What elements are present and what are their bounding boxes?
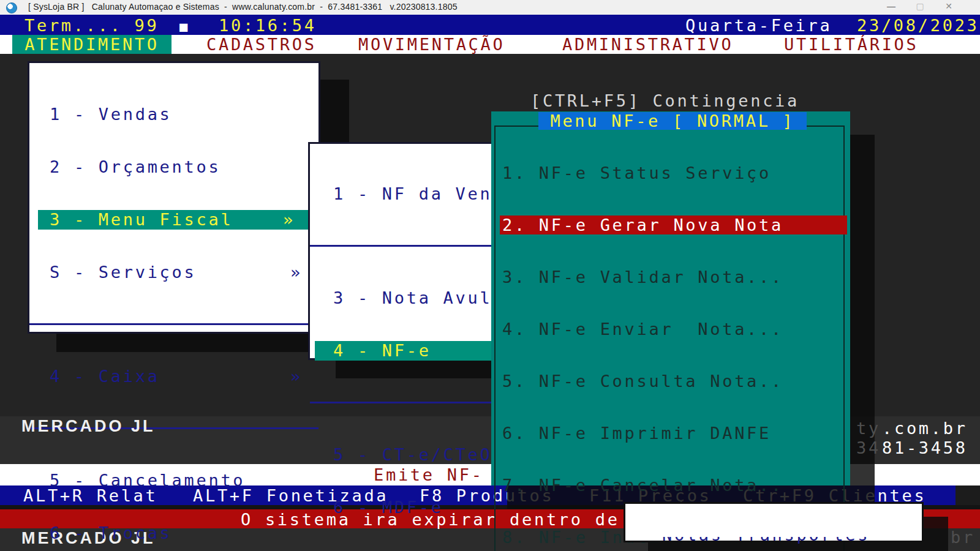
terminal-screen: Emite NF- ALT+R Relat ALT+F Fonetizada F…	[0, 0, 980, 551]
submenu-arrow-icon: »	[283, 210, 295, 230]
nfe-item-imprimir-danfe[interactable]: 6. NF-e Imprimir DANFE	[491, 424, 850, 443]
clock: 10:16:54	[219, 17, 317, 35]
minimize-button[interactable]: —	[882, 1, 900, 11]
maximize-button[interactable]: ▢	[911, 1, 929, 11]
envio-partial-row: Notas Transportes	[625, 537, 922, 544]
status-indicator: ■	[179, 17, 190, 37]
submenu-arrow-icon: »	[290, 367, 303, 386]
nfe-item-status-servico[interactable]: 1. NF-e Status Serviço	[491, 163, 850, 182]
envio-popup: Notas Transportes E - Envio Mov Entrada	[624, 502, 924, 542]
app-icon	[6, 2, 17, 13]
nfe-menu-title: Menu NF-e [ NORMAL ]	[538, 112, 807, 130]
url-fragment: .com.br	[882, 420, 968, 437]
menu-item-orcamentos[interactable]: 2 - Orçamentos	[29, 157, 318, 177]
menu-item-trocas[interactable]: 6 - Trocas	[29, 523, 318, 543]
url-fragment-dim: ty	[856, 420, 881, 437]
menubar-movimentacao[interactable]: MOVIMENTAÇÃO	[358, 36, 505, 54]
menu-item-cancelamento[interactable]: 5 - Cancelamento	[29, 471, 318, 490]
menu-item-menu-fiscal[interactable]: 3 - Menu Fiscal»	[38, 210, 311, 230]
menubar-cadastros[interactable]: CADASTROS	[206, 36, 317, 54]
menubar-administrativo[interactable]: ADMINISTRATIVO	[562, 36, 733, 54]
submenu-arrow-icon: »	[290, 263, 303, 282]
close-button[interactable]: ✕	[940, 1, 958, 11]
phone-fragment: 81-3458	[882, 440, 968, 456]
phone-fragment-dim: 34	[856, 440, 881, 456]
nfe-item-validar-nota[interactable]: 3. NF-e Validar Nota...	[491, 268, 850, 287]
menubar-utilitarios[interactable]: UTILITÁRIOS	[784, 36, 919, 54]
nfe-menu-items: 1. NF-e Status Serviço 2. NF-e Gerar Nov…	[491, 130, 850, 551]
window-title: [ SysLoja BR ] Calunaty Automaçao e Sist…	[28, 2, 458, 12]
nfe-item-enviar-nota[interactable]: 4. NF-e Enviar Nota...	[491, 320, 850, 339]
date: 23/08/2023	[857, 17, 979, 35]
br-fragment: br	[951, 529, 975, 545]
menu-item-servicos[interactable]: S - Serviços»	[29, 263, 318, 282]
weekday: Quarta-Feira	[685, 17, 832, 35]
menubar-atendimento[interactable]: ATENDIMENTO	[12, 35, 172, 54]
nfe-item-cancelar-nota[interactable]: 7. NF-e Cancelar Nota..	[491, 476, 850, 495]
nfe-menu-panel: Menu NF-e [ NORMAL ] 1. NF-e Status Serv…	[491, 111, 850, 485]
store-name: MERCADO JL	[21, 417, 156, 436]
menu-item-caixa[interactable]: 4 - Caixa»	[29, 367, 318, 386]
contingencia-hint: [CTRL+F5] Contingencia	[530, 92, 799, 109]
nfe-item-consulta-nota[interactable]: 5. NF-e Consulta Nota..	[491, 372, 850, 391]
envio-partial-text: Notas Transportes	[662, 537, 870, 543]
atendimento-dropdown: 1 - Vendas 2 - Orçamentos 3 - Menu Fisca…	[28, 61, 320, 334]
nfe-item-gerar-nova-nota[interactable]: 2. NF-e Gerar Nova Nota	[500, 216, 847, 234]
menu-item-vendas[interactable]: 1 - Vendas	[29, 105, 318, 124]
terminal-number: Term.... 99	[24, 17, 159, 35]
menu-separator	[29, 315, 318, 334]
